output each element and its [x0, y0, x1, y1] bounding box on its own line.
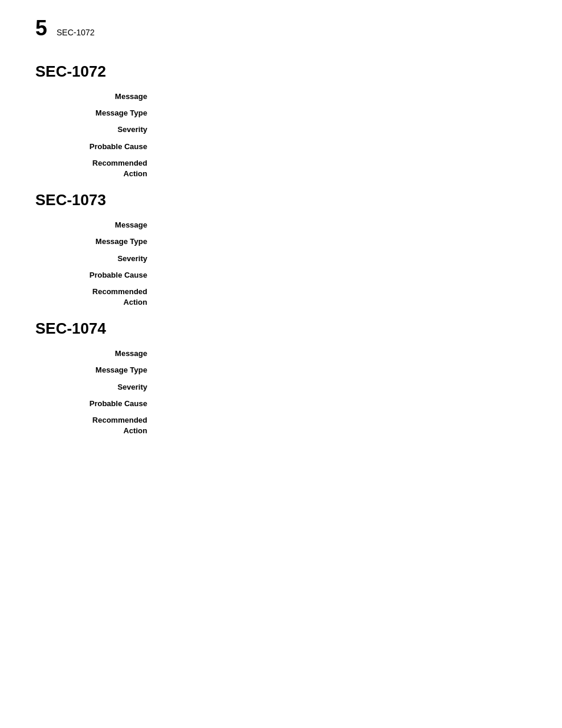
content-area: SEC-1072MessageMessage TypeSeverityProba… — [0, 51, 562, 472]
field-row-sec-1074-3: Probable Cause — [35, 398, 527, 409]
page-number: 5 — [35, 18, 47, 39]
field-row-sec-1073-2: Severity — [35, 253, 527, 264]
field-label-sec-1074-1: Message Type — [35, 365, 153, 375]
field-row-sec-1074-2: Severity — [35, 382, 527, 393]
field-label-sec-1074-2: Severity — [35, 382, 153, 393]
field-label-sec-1072-4: RecommendedAction — [35, 158, 153, 179]
field-label-sec-1073-1: Message Type — [35, 236, 153, 247]
field-label-sec-1074-3: Probable Cause — [35, 398, 153, 409]
field-row-sec-1073-0: Message — [35, 220, 527, 230]
field-row-sec-1072-1: Message Type — [35, 108, 527, 118]
field-label-sec-1072-0: Message — [35, 91, 153, 102]
section-sec-1072: SEC-1072MessageMessage TypeSeverityProba… — [35, 62, 527, 179]
field-row-sec-1072-0: Message — [35, 91, 527, 102]
field-row-sec-1073-1: Message Type — [35, 236, 527, 247]
field-label-sec-1074-0: Message — [35, 348, 153, 359]
page-subtitle: SEC-1072 — [57, 28, 95, 37]
section-title-sec-1072: SEC-1072 — [35, 62, 527, 81]
field-label-sec-1074-4: RecommendedAction — [35, 415, 153, 436]
section-title-sec-1073: SEC-1073 — [35, 191, 527, 209]
field-row-sec-1074-0: Message — [35, 348, 527, 359]
field-row-sec-1072-4: RecommendedAction — [35, 158, 527, 179]
field-label-sec-1072-2: Severity — [35, 124, 153, 135]
field-row-sec-1073-3: Probable Cause — [35, 270, 527, 281]
field-label-sec-1072-1: Message Type — [35, 108, 153, 118]
section-sec-1073: SEC-1073MessageMessage TypeSeverityProba… — [35, 191, 527, 308]
section-title-sec-1074: SEC-1074 — [35, 319, 527, 338]
field-label-sec-1073-4: RecommendedAction — [35, 286, 153, 308]
field-label-sec-1073-3: Probable Cause — [35, 270, 153, 281]
field-label-sec-1073-0: Message — [35, 220, 153, 230]
field-row-sec-1072-3: Probable Cause — [35, 141, 527, 152]
field-row-sec-1074-4: RecommendedAction — [35, 415, 527, 436]
field-label-sec-1072-3: Probable Cause — [35, 141, 153, 152]
page-header: 5 SEC-1072 — [0, 0, 562, 51]
field-row-sec-1073-4: RecommendedAction — [35, 286, 527, 308]
field-row-sec-1072-2: Severity — [35, 124, 527, 135]
field-label-sec-1073-2: Severity — [35, 253, 153, 264]
section-sec-1074: SEC-1074MessageMessage TypeSeverityProba… — [35, 319, 527, 436]
field-row-sec-1074-1: Message Type — [35, 365, 527, 375]
